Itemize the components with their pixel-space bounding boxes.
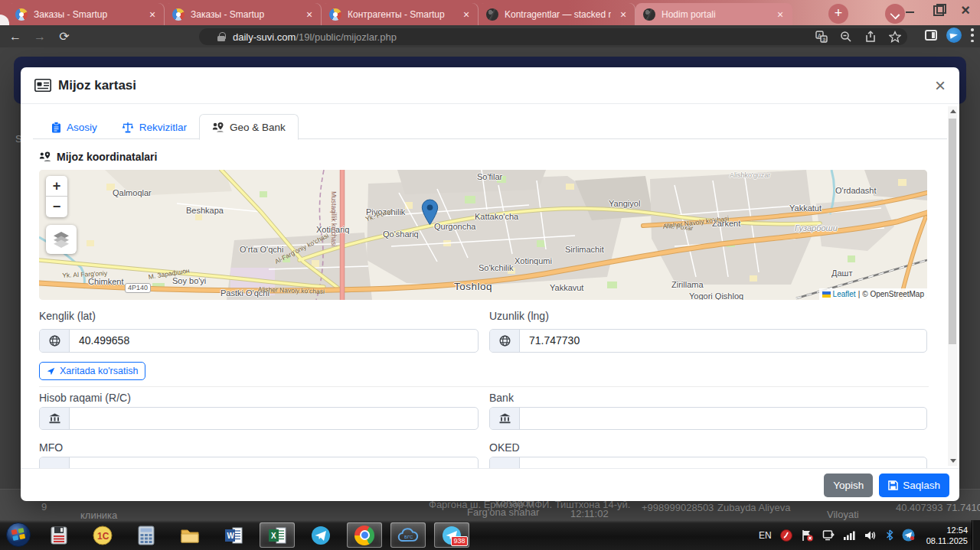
modal-scrollbar[interactable] (948, 106, 957, 466)
map-place-label: Yangiyol (609, 199, 640, 208)
account-input-group (39, 407, 479, 430)
browser-menu-icon[interactable] (971, 28, 974, 42)
reload-button[interactable]: ⟳ (55, 28, 74, 46)
map-pin-users-icon (212, 122, 224, 133)
oked-input-group (489, 457, 927, 468)
scrollbar-thumb[interactable] (949, 119, 956, 344)
scroll-up-arrow[interactable] (948, 107, 957, 116)
account-label: Hisob raqami (R/C) (39, 392, 479, 404)
window-minimize-button[interactable] (899, 2, 922, 18)
browser-toolbar: ← → ⟳ daily-suvi.com/19l/public/mijozlar… (0, 25, 980, 47)
mfo-input[interactable] (70, 457, 478, 468)
page-background: S123456789клиникаФаргона ш. Ермозор МФИ.… (0, 47, 980, 520)
action-center-flag-icon[interactable] (801, 529, 814, 542)
zoom-icon[interactable] (840, 31, 852, 43)
map-place-label: Yakkatut (789, 203, 822, 213)
show-desktop-button[interactable] (972, 520, 980, 550)
lng-input[interactable]: 71.747730 (520, 330, 926, 352)
globe-icon (490, 330, 520, 352)
browser-tab[interactable]: Заказы - Smartup× (165, 3, 322, 25)
svg-text:БГС: БГС (404, 535, 413, 539)
map-place-label: Sirlimachit (565, 245, 604, 254)
volume-icon[interactable] (864, 530, 877, 541)
map-place-label: Qalmoqlar (113, 188, 152, 197)
map-place-label: Chimkent (88, 277, 123, 286)
language-indicator[interactable]: EN (759, 530, 772, 541)
tab-close-icon[interactable]: × (617, 9, 629, 20)
taskbar-chrome-button[interactable] (347, 522, 382, 548)
modal-close-icon[interactable]: × (935, 76, 946, 95)
back-button[interactable]: ← (6, 28, 24, 46)
tab-close-icon[interactable]: × (146, 9, 158, 20)
url-text: daily-suvi.com/19l/public/mijozlar.php (233, 31, 397, 43)
lat-input[interactable]: 40.499658 (70, 330, 478, 352)
globe-favicon-icon (643, 8, 655, 21)
save-icon (888, 480, 898, 490)
browser-tab[interactable]: Hodim portali× (635, 3, 792, 25)
window-controls (899, 2, 977, 18)
background-text-fragment: 40.407393 (896, 502, 942, 513)
taskbar-calculator-button[interactable] (129, 522, 164, 548)
taskbar-cloud-button[interactable]: БГС (390, 522, 426, 548)
tab-rekvizitlar[interactable]: Rekvizitlar (109, 114, 199, 140)
lock-icon[interactable] (217, 32, 225, 41)
bluetooth-icon[interactable] (886, 529, 893, 541)
tab-close-icon[interactable]: × (460, 9, 472, 20)
zoom-out-button[interactable]: − (46, 197, 67, 217)
tab-close-icon[interactable]: × (774, 9, 786, 20)
tab-title: Hodim portali (662, 9, 768, 20)
window-maximize-button[interactable] (926, 2, 949, 18)
new-tab-button[interactable]: + (828, 4, 848, 24)
yopish-button[interactable]: Yopish (824, 474, 873, 497)
profile-avatar[interactable] (946, 28, 962, 43)
oked-input[interactable] (520, 457, 926, 468)
start-button[interactable] (5, 522, 31, 550)
address-bar[interactable]: daily-suvi.com/19l/public/mijozlar.php A… (199, 28, 907, 45)
telegram-tray-icon[interactable] (902, 529, 915, 542)
forward-button[interactable]: → (31, 28, 49, 46)
background-text-fragment: 12:11:02 (570, 508, 609, 519)
tab-close-icon[interactable]: × (303, 9, 315, 20)
bookmark-star-icon[interactable] (889, 31, 901, 43)
browser-tab[interactable]: Контрагенты - Smartup× (322, 3, 479, 25)
taskbar-word-button[interactable]: W (216, 522, 251, 548)
translate-icon[interactable]: Aあ (815, 31, 828, 43)
account-input[interactable] (70, 408, 478, 429)
removable-device-icon[interactable] (822, 529, 835, 541)
bank-input[interactable] (520, 408, 926, 429)
lng-label: Uzunlik (lng) (489, 310, 927, 322)
modal-body: Asosiy Rekvizitlar Geo & Bank Mijoz koor… (21, 104, 959, 468)
browser-tab[interactable]: Заказы - Smartup× (8, 3, 165, 25)
bank-label: Bank (489, 392, 927, 404)
network-signal-icon[interactable] (843, 530, 856, 541)
map-place-label: Yogori Qishloq (689, 291, 743, 300)
clock[interactable]: 12:54 08.11.2025 (926, 525, 968, 546)
taskbar-telegram-button[interactable] (303, 522, 338, 548)
antivirus-tray-icon[interactable] (780, 529, 792, 542)
svg-text:W: W (227, 532, 235, 540)
browser-tab[interactable]: Kontragentlar — stacked moda× (479, 3, 635, 25)
scroll-down-arrow[interactable] (948, 456, 957, 465)
leaflet-link[interactable]: Leaflet (833, 290, 856, 298)
map-layers-button[interactable] (46, 225, 77, 254)
leaflet-map[interactable]: 4P140 + − Leaflet | © (39, 170, 927, 300)
side-panel-icon[interactable] (925, 30, 937, 41)
window-close-button[interactable] (954, 2, 977, 18)
map-place-label: Beshkapa (186, 206, 224, 215)
saqlash-button[interactable]: Saqlash (879, 474, 949, 497)
taskbar-excel-button[interactable]: X (260, 522, 295, 548)
tab-asosiy[interactable]: Asosiy (39, 114, 109, 140)
taskbar-telegram2-button[interactable]: 938 (434, 522, 469, 548)
modal-footer: Yopish Saqlash (21, 468, 959, 501)
show-on-map-button[interactable]: Xaritada ko'rsatish (39, 362, 145, 380)
taskbar-explorer-button[interactable] (172, 522, 207, 548)
taskbar-1c-button[interactable]: 1С (85, 522, 120, 548)
taskbar-save-app-button[interactable] (41, 522, 77, 548)
word-icon: W (224, 526, 243, 545)
map-place-label: Toshloq (454, 281, 492, 292)
tab-geo-bank[interactable]: Geo & Bank (199, 114, 299, 140)
osm-link[interactable]: © OpenStreetMap (862, 290, 924, 298)
excel-icon: X (267, 526, 287, 545)
zoom-in-button[interactable]: + (46, 176, 67, 197)
share-icon[interactable] (864, 31, 877, 43)
